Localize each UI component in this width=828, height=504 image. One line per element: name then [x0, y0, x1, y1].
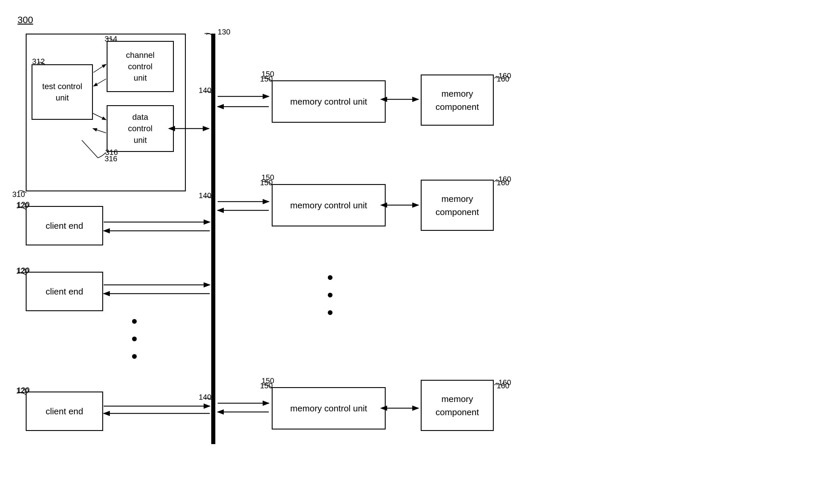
svg-text:130: 130	[218, 28, 230, 36]
svg-point-30	[132, 319, 137, 324]
svg-text:140: 140	[199, 191, 211, 200]
memory-component-1: memorycomponent	[421, 75, 494, 126]
svg-point-31	[132, 337, 137, 341]
label-312: 312	[32, 57, 45, 66]
label-150-1: 150	[260, 75, 273, 84]
memory-control-unit-2: memory control unit	[272, 184, 386, 226]
memory-control-unit-1: memory control unit	[272, 80, 386, 123]
label-150-2: 150	[260, 178, 273, 187]
svg-point-33	[328, 275, 332, 280]
client-end-2: client end	[26, 272, 103, 311]
client-end-3: client end	[26, 391, 103, 431]
memory-component-3: memorycomponent	[421, 380, 494, 431]
svg-point-35	[328, 310, 332, 315]
channel-control-unit: channelcontrolunit	[107, 41, 174, 92]
label-150-3: 150	[260, 381, 273, 390]
label-160-2: 160	[497, 178, 509, 187]
diagram: 300 310 test controlunit 312 channelcont…	[0, 0, 828, 504]
label-160-3: 160	[497, 381, 509, 390]
memory-control-unit-3: memory control unit	[272, 387, 386, 429]
label-316: 316	[105, 154, 117, 163]
figure-number: 300	[17, 14, 33, 26]
test-control-unit: test controlunit	[32, 64, 93, 120]
svg-text:140: 140	[199, 86, 211, 95]
svg-point-34	[328, 293, 332, 297]
label-310: 310	[12, 190, 25, 199]
memory-component-2: memorycomponent	[421, 180, 494, 231]
svg-point-32	[132, 354, 137, 359]
label-160-1: 160	[497, 75, 509, 84]
client-end-1: client end	[26, 206, 103, 245]
svg-text:140: 140	[199, 393, 211, 402]
label-314: 314	[105, 35, 117, 44]
data-control-unit: datacontrolunit	[107, 105, 174, 152]
